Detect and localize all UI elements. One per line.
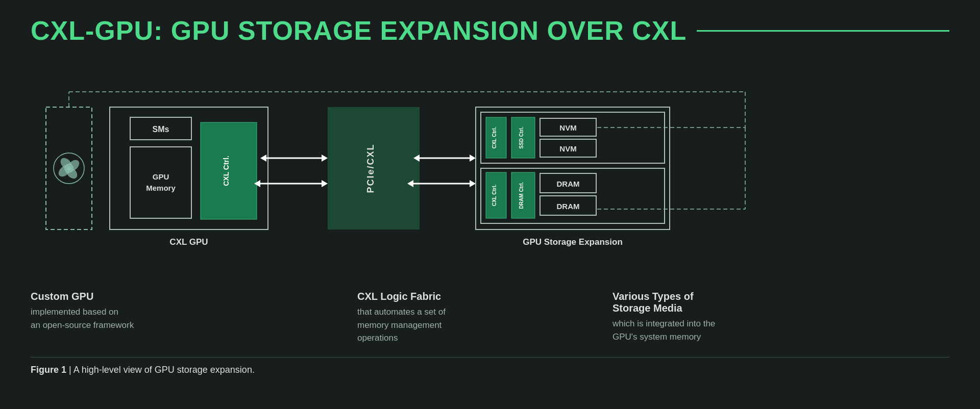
diagram-svg: SMs GPU Memory CXL Ctrl. CXL GPU bbox=[31, 61, 949, 275]
col3-title: Various Types of Storage Media bbox=[612, 291, 725, 314]
cxl-ctrl-storage-top-label: CXL Ctrl. bbox=[492, 126, 497, 148]
nvm2-label: NVM bbox=[559, 144, 576, 153]
figure-caption-bold: Figure 1 bbox=[31, 365, 66, 375]
bottom-col-2: CXL Logic Fabric that automates a set of… bbox=[235, 291, 490, 345]
nvm-row-box bbox=[481, 112, 665, 163]
storage-expansion-label: GPU Storage Expansion bbox=[523, 237, 623, 247]
title-decorative-line bbox=[697, 30, 949, 32]
col2-title: CXL Logic Fabric bbox=[357, 291, 470, 302]
bottom-col-1: Custom GPU implemented based on an open-… bbox=[31, 291, 235, 345]
diagram-container: SMs GPU Memory CXL Ctrl. CXL GPU bbox=[31, 61, 949, 275]
cxl-ctrl-gpu-label: CXL Ctrl. bbox=[222, 156, 230, 186]
cxl-gpu-label: CXL GPU bbox=[169, 237, 208, 247]
gpu-memory-label1: GPU bbox=[153, 172, 169, 181]
gpu-memory-label2: Memory bbox=[146, 184, 176, 192]
svg-point-2 bbox=[66, 166, 71, 171]
bottom-labels: Custom GPU implemented based on an open-… bbox=[31, 291, 949, 345]
arrow-right-head bbox=[322, 155, 328, 162]
page-container: CXL-GPU: GPU STORAGE EXPANSION OVER CXL … bbox=[0, 0, 980, 409]
arrow-right-head2 bbox=[322, 180, 328, 187]
arrow-right-head4 bbox=[470, 180, 476, 187]
ssd-ctrl-label: SSD Ctrl. bbox=[519, 126, 524, 149]
arrow-left-head1 bbox=[260, 155, 266, 162]
pcie-cxl-label: PCIe/CXL bbox=[365, 143, 376, 193]
bottom-col-3: Various Types of Storage Media which is … bbox=[490, 291, 745, 345]
col3-desc: which is integrated into the GPU's syste… bbox=[612, 317, 725, 343]
page-title-container: CXL-GPU: GPU STORAGE EXPANSION OVER CXL bbox=[31, 15, 949, 46]
nvm1-label: NVM bbox=[559, 123, 576, 132]
page-title: CXL-GPU: GPU STORAGE EXPANSION OVER CXL bbox=[31, 15, 687, 46]
dram-ctrl-label: DRAM Ctrl. bbox=[519, 182, 524, 209]
arrow-right-head3 bbox=[470, 155, 476, 162]
dram1-label: DRAM bbox=[557, 180, 580, 188]
col1-title: Custom GPU bbox=[31, 291, 214, 302]
fan-icon bbox=[54, 153, 84, 184]
figure-caption-text: | A high-level view of GPU storage expan… bbox=[66, 365, 255, 375]
dram2-label: DRAM bbox=[557, 202, 580, 211]
figure-caption: Figure 1 | A high-level view of GPU stor… bbox=[31, 357, 949, 375]
col2-desc: that automates a set of memory managemen… bbox=[357, 305, 470, 345]
gpu-memory-box bbox=[130, 147, 191, 218]
sms-label: SMs bbox=[153, 125, 169, 134]
cxl-ctrl-storage-bot-label: CXL Ctrl. bbox=[492, 184, 497, 206]
col1-desc: implemented based on an open-source fram… bbox=[31, 305, 214, 331]
